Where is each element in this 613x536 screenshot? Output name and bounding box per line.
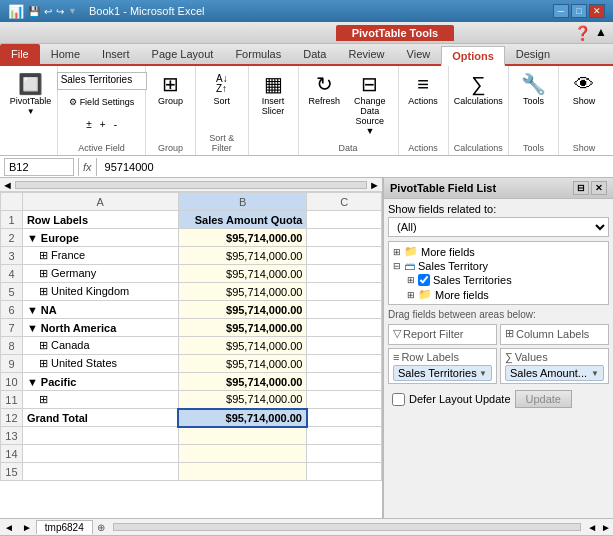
cell-a-7[interactable]: ▼ North America [22,319,178,337]
cell-c-11[interactable] [307,391,382,409]
col-header-c[interactable]: C [307,193,382,211]
defer-checkbox[interactable] [392,393,405,406]
tab-scroll-right[interactable]: ► [18,522,36,533]
tools-button[interactable]: 🔧 Tools [514,72,554,108]
cell-a-3[interactable]: ⊞ France [22,247,178,265]
cell-c-6[interactable] [307,301,382,319]
cell-c-8[interactable] [307,337,382,355]
cell-c-2[interactable] [307,229,382,247]
cell-b-15[interactable] [178,463,307,481]
tab-design[interactable]: Design [505,44,561,64]
update-button[interactable]: Update [515,390,572,408]
expand-sales-territories[interactable]: ⊞ [407,275,415,285]
tab-scroll-left[interactable]: ◄ [0,522,18,533]
cell-b-7[interactable]: $95,714,000.00 [178,319,307,337]
tab-review[interactable]: Review [337,44,395,64]
tab-page-layout[interactable]: Page Layout [141,44,225,64]
cell-b-12[interactable]: $95,714,000.00 [178,409,307,427]
cell-b-8[interactable]: $95,714,000.00 [178,337,307,355]
minimize-button[interactable]: ─ [553,4,569,18]
cell-c-4[interactable] [307,265,382,283]
cell-c-9[interactable] [307,355,382,373]
calculations-button[interactable]: ∑ Calculations [450,72,507,108]
name-box[interactable] [4,158,74,176]
cell-a-14[interactable] [22,445,178,463]
sort-button[interactable]: A↓ Z↑ Sort [202,72,242,108]
cell-b-14[interactable] [178,445,307,463]
cell-c-14[interactable] [307,445,382,463]
quick-access-redo[interactable]: ↪ [56,6,64,17]
cell-b-1[interactable]: Sales Amount Quota [178,211,307,229]
cell-a-11[interactable]: ⊞ [22,391,178,409]
active-field-input[interactable]: Sales Territories [57,72,147,90]
tree-item-sales-territories[interactable]: ⊞ Sales Territories [391,273,606,287]
cell-c-7[interactable] [307,319,382,337]
tab-view[interactable]: View [396,44,442,64]
fields-dropdown[interactable]: (All) [388,217,609,237]
quick-access-save[interactable]: 💾 [28,6,40,17]
cell-b-10[interactable]: $95,714,000.00 [178,373,307,391]
expand-collapse-button[interactable]: ± [83,114,95,134]
expand-more-2[interactable]: ⊞ [407,290,415,300]
refresh-button[interactable]: ↻ Refresh [305,72,345,108]
horizontal-scrollbar[interactable] [113,523,581,531]
cell-a-1[interactable]: Row Labels [22,211,178,229]
cell-c-1[interactable] [307,211,382,229]
tree-item-more-fields-2[interactable]: ⊞ 📁 More fields [391,287,606,302]
cell-b-11[interactable]: $95,714,000.00 [178,391,307,409]
formula-input[interactable] [101,161,609,173]
row-labels-chip[interactable]: Sales Territories ▼ [393,365,492,381]
sales-territories-checkbox[interactable] [418,274,430,286]
cell-a-2[interactable]: ▼ Europe [22,229,178,247]
change-data-source-button[interactable]: ⊟ Change DataSource ▼ [348,72,391,138]
show-button[interactable]: 👁 Show [564,72,604,108]
cell-a-5[interactable]: ⊞ United Kingdom [22,283,178,301]
cell-c-15[interactable] [307,463,382,481]
cell-c-12[interactable] [307,409,382,427]
group-button[interactable]: ⊞ Group [151,72,191,108]
tree-item-sales-territory[interactable]: ⊟ 🗃 Sales Territory [391,259,606,273]
expand-more-1[interactable]: ⊞ [393,247,401,257]
cell-a-12[interactable]: Grand Total [22,409,178,427]
expand-sales-territory[interactable]: ⊟ [393,261,401,271]
help-icon[interactable]: ❓ [574,25,591,41]
tab-data[interactable]: Data [292,44,337,64]
collapse-button[interactable]: - [111,114,120,134]
tab-home[interactable]: Home [40,44,91,64]
cell-a-6[interactable]: ▼ NA [22,301,178,319]
cell-b-2[interactable]: $95,714,000.00 [178,229,307,247]
cell-c-3[interactable] [307,247,382,265]
cell-b-5[interactable]: $95,714,000.00 [178,283,307,301]
cell-c-13[interactable] [307,427,382,445]
col-header-a[interactable]: A [22,193,178,211]
cell-a-13[interactable] [22,427,178,445]
values-chip[interactable]: Sales Amount... ▼ [505,365,604,381]
cell-b-3[interactable]: $95,714,000.00 [178,247,307,265]
cell-a-15[interactable] [22,463,178,481]
tab-insert[interactable]: Insert [91,44,141,64]
scroll-right-icon[interactable]: ► [369,179,380,191]
field-settings-button[interactable]: ⚙ Field Settings [66,92,137,112]
close-button[interactable]: ✕ [589,4,605,18]
tab-options[interactable]: Options [441,46,505,66]
cell-b-6[interactable]: $95,714,000.00 [178,301,307,319]
ribbon-collapse-icon[interactable]: ▲ [595,25,607,41]
cell-a-10[interactable]: ▼ Pacific [22,373,178,391]
scroll-right-sheet[interactable]: ► [599,522,613,533]
tab-file[interactable]: File [0,44,40,64]
insert-slicer-button[interactable]: ▦ InsertSlicer [253,72,293,118]
quick-access-undo[interactable]: ↩ [44,6,52,17]
field-list-layout-button[interactable]: ⊟ [573,181,589,195]
cell-a-9[interactable]: ⊞ United States [22,355,178,373]
field-list-close-button[interactable]: ✕ [591,181,607,195]
col-header-b[interactable]: B [178,193,307,211]
scroll-left-sheet[interactable]: ◄ [585,522,599,533]
scroll-left-icon[interactable]: ◄ [2,179,13,191]
cell-b-4[interactable]: $95,714,000.00 [178,265,307,283]
cell-c-5[interactable] [307,283,382,301]
pivottable-button[interactable]: 🔲 PivotTable▼ [6,72,56,118]
quick-access-dropdown[interactable]: ▼ [68,6,77,16]
row-labels-chip-arrow[interactable]: ▼ [479,369,487,378]
cell-b-13[interactable] [178,427,307,445]
add-sheet-icon[interactable]: ⊕ [93,522,109,533]
